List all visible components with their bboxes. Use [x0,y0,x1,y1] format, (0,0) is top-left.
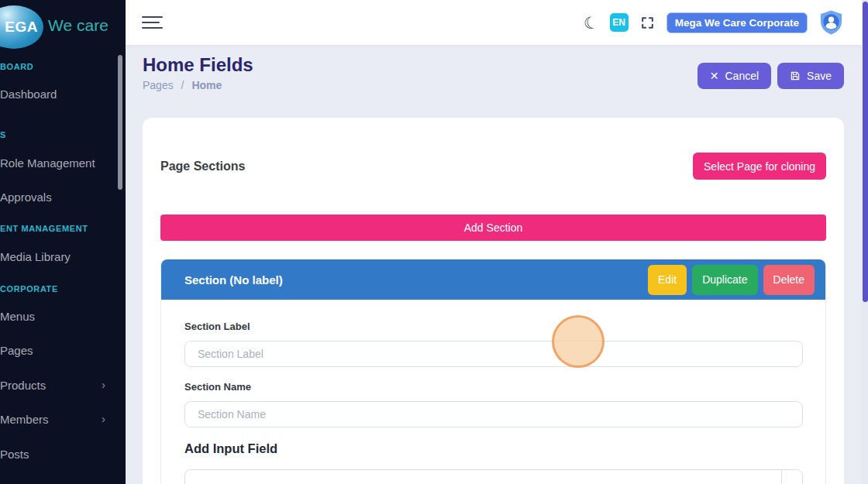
mega-logo-icon: EGA [0,5,43,49]
section-name-field-label: Section Name [184,381,803,393]
section-label-field-label: Section Label [184,321,803,332]
save-floppy-icon [790,70,801,81]
page-sections-card: Page Sections Select Page for cloning Ad… [143,118,844,484]
breadcrumb-separator: / [181,79,184,91]
page-scrollbar[interactable] [862,0,868,484]
logo-text: EGA [5,19,38,36]
section-block: Section (No label) Edit Duplicate Delete… [160,259,826,484]
sidebar-section-corporate: CORPORATE [0,284,116,293]
add-section-button[interactable]: Add Section [160,215,826,241]
save-label: Save [807,70,832,82]
page-title: Home Fields [143,54,253,76]
sidebar-item-members[interactable]: Members › [0,413,116,426]
page-actions: ✕ Cancel Save [698,63,844,89]
cancel-button[interactable]: ✕ Cancel [698,63,771,89]
sidebar-item-label: Products [0,379,46,392]
app-window: EGA We care BOARD Dashboard S Role Manag… [0,0,868,484]
user-avatar[interactable] [819,9,843,36]
section-body: Section Label Section Name Add Input Fie… [161,300,825,484]
sidebar-item-menus[interactable]: Menus [0,310,116,323]
page-scrollbar-thumb[interactable] [863,2,868,302]
sidebar-item-dashboard[interactable]: Dashboard [0,88,116,101]
tenant-selector-button[interactable]: Mega We Care Corporate [666,12,808,33]
add-input-field-heading: Add Input Field [184,441,803,456]
hamburger-menu-icon[interactable] [142,16,163,29]
section-title: Section (No label) [184,273,642,287]
section-header: Section (No label) Edit Duplicate Delete [161,259,825,300]
dark-mode-toggle-moon-icon[interactable]: ☾ [582,13,600,32]
section-name-input[interactable] [184,401,803,427]
sidebar-item-label: Members [0,413,49,426]
fullscreen-icon[interactable] [640,15,655,30]
breadcrumb: Pages / Home [143,79,222,91]
add-input-field-select[interactable] [184,469,803,484]
sidebar-item-pages[interactable]: Pages [0,344,116,357]
duplicate-section-button[interactable]: Duplicate [692,265,757,295]
sidebar-item-posts[interactable]: Posts [0,448,116,461]
sidebar: EGA We care BOARD Dashboard S Role Manag… [0,0,126,484]
close-icon: ✕ [710,70,719,82]
delete-section-button[interactable]: Delete [763,265,815,295]
card-heading: Page Sections [160,160,245,173]
select-caret-addon[interactable] [781,470,802,484]
breadcrumb-parent[interactable]: Pages [143,79,174,91]
sidebar-scrollbar[interactable] [118,55,122,190]
select-page-for-cloning-button[interactable]: Select Page for cloning [693,153,826,180]
chevron-right-icon: › [102,412,105,425]
top-header: ☾ EN Mega We Care Corporate [126,0,868,45]
sidebar-item-approvals[interactable]: Approvals [0,191,116,204]
language-badge[interactable]: EN [610,13,629,32]
sidebar-section-dashboard: BOARD [0,62,116,71]
logo-tagline: We care [48,16,108,35]
cancel-label: Cancel [725,70,759,82]
breadcrumb-current: Home [191,79,222,91]
chevron-right-icon: › [102,378,105,391]
sidebar-item-media-library[interactable]: Media Library [0,250,116,263]
section-label-input[interactable] [184,341,803,367]
main-content: Home Fields Pages / Home ✕ Cancel Save [126,45,868,484]
edit-section-button[interactable]: Edit [648,265,687,295]
save-button[interactable]: Save [777,63,844,89]
brand-logo[interactable]: EGA We care [0,0,126,54]
sidebar-section-users: S [0,130,116,139]
sidebar-item-role-management[interactable]: Role Management [0,156,116,170]
sidebar-section-content-management: ENT MANAGEMENT [0,224,116,233]
sidebar-item-products[interactable]: Products › [0,379,116,392]
